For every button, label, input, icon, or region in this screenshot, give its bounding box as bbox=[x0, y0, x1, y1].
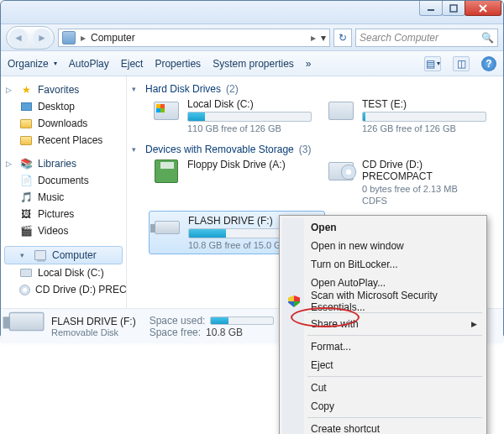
search-input[interactable]: Search Computer 🔍 bbox=[355, 29, 498, 47]
sidebar-item-cd-drive[interactable]: CD Drive (D:) PRECOMPACT bbox=[1, 281, 126, 298]
sidebar-item-label: Downloads bbox=[38, 118, 87, 129]
section-title: Devices with Removable Storage bbox=[145, 144, 294, 155]
toolbar-overflow[interactable]: » bbox=[306, 58, 312, 70]
capacity-bar bbox=[362, 112, 486, 122]
sidebar-item-documents[interactable]: 📄Documents bbox=[1, 172, 126, 189]
minimize-button[interactable] bbox=[419, 1, 443, 16]
menu-bitlocker[interactable]: Turn on BitLocker... bbox=[282, 255, 484, 274]
collapse-icon: ▾ bbox=[132, 145, 140, 154]
back-button[interactable]: ◄ bbox=[9, 29, 28, 47]
preview-pane-button[interactable]: ◫ bbox=[453, 56, 470, 71]
menu-format[interactable]: Format... bbox=[282, 337, 484, 356]
hdd-icon bbox=[328, 102, 354, 120]
menu-copy[interactable]: Copy bbox=[282, 397, 484, 416]
sidebar-item-label: Documents bbox=[38, 175, 89, 186]
shield-icon bbox=[287, 295, 301, 308]
menu-share-with[interactable]: Share with▶ bbox=[282, 315, 484, 333]
forward-button[interactable]: ► bbox=[33, 29, 51, 47]
address-bar[interactable]: ▸ Computer ▸ ▾ bbox=[58, 29, 330, 47]
drive-name: TEST (E:) bbox=[362, 98, 486, 110]
space-free-label: Space free: bbox=[150, 327, 201, 338]
context-menu: Open Open in new window Turn on BitLocke… bbox=[279, 215, 487, 434]
section-count: (2) bbox=[226, 83, 239, 95]
section-count: (3) bbox=[299, 144, 312, 155]
space-free-value: 10.8 GB bbox=[206, 327, 243, 338]
favorites-group[interactable]: ▷★Favorites bbox=[1, 81, 126, 98]
drive-sub: 110 GB free of 126 GB bbox=[187, 123, 312, 133]
sidebar-item-label: Local Disk (C:) bbox=[38, 267, 104, 279]
sidebar-item-recent[interactable]: Recent Places bbox=[1, 132, 126, 149]
drive-name: CD Drive (D:) PRECOMPACT bbox=[362, 159, 486, 182]
submenu-arrow-icon: ▶ bbox=[471, 320, 477, 328]
drive-c[interactable]: Local Disk (C:) 110 GB free of 126 GB bbox=[152, 98, 312, 133]
menu-create-shortcut[interactable]: Create shortcut bbox=[282, 420, 484, 434]
menu-open-new-window[interactable]: Open in new window bbox=[282, 237, 484, 255]
search-placeholder: Search Computer bbox=[360, 32, 438, 44]
drive-name: Local Disk (C:) bbox=[187, 98, 312, 110]
flash-drive-icon bbox=[155, 221, 180, 234]
breadcrumb[interactable]: Computer bbox=[91, 32, 306, 44]
sidebar-item-pictures[interactable]: 🖼Pictures bbox=[1, 206, 126, 222]
sidebar-item-local-disk[interactable]: Local Disk (C:) bbox=[1, 264, 126, 281]
capacity-bar bbox=[210, 316, 274, 325]
sidebar-item-videos[interactable]: 🎬Videos bbox=[1, 222, 126, 239]
section-removable[interactable]: ▾ Devices with Removable Storage (3) bbox=[130, 142, 496, 159]
menu-scan-security[interactable]: Scan with Microsoft Security Essentials.… bbox=[282, 292, 484, 311]
capacity-bar bbox=[187, 112, 312, 122]
breadcrumb-chevron: ▸ bbox=[311, 32, 316, 44]
organize-menu[interactable]: Organize bbox=[8, 58, 57, 70]
maximize-button[interactable] bbox=[442, 1, 465, 16]
computer-label: Computer bbox=[52, 249, 97, 261]
eject-button[interactable]: Eject bbox=[121, 58, 144, 70]
view-menu[interactable]: ▤ bbox=[424, 56, 441, 71]
favorites-label: Favorites bbox=[38, 84, 79, 96]
svg-rect-1 bbox=[450, 5, 457, 12]
breadcrumb-chevron: ▸ bbox=[81, 32, 86, 44]
system-properties-button[interactable]: System properties bbox=[213, 58, 294, 70]
drive-e[interactable]: TEST (E:) 126 GB free of 126 GB bbox=[327, 98, 486, 133]
star-icon: ★ bbox=[19, 83, 33, 97]
sidebar-item-downloads[interactable]: Downloads bbox=[1, 115, 126, 132]
space-used-label: Space used: bbox=[150, 315, 206, 327]
drive-sub: CDFS bbox=[362, 196, 486, 206]
hdd-icon bbox=[154, 102, 179, 120]
menu-eject[interactable]: Eject bbox=[282, 356, 484, 374]
computer-group[interactable]: ▾Computer bbox=[4, 246, 123, 264]
cdrom-icon bbox=[328, 162, 354, 180]
drive-a[interactable]: Floppy Disk Drive (A:) bbox=[152, 159, 312, 206]
collapse-icon: ▾ bbox=[132, 85, 140, 93]
libraries-label: Libraries bbox=[38, 158, 76, 170]
address-dropdown-icon[interactable]: ▾ bbox=[321, 32, 326, 44]
close-button[interactable] bbox=[465, 1, 501, 16]
help-button[interactable]: ? bbox=[481, 56, 496, 71]
sidebar-item-music[interactable]: 🎵Music bbox=[1, 189, 126, 206]
titlebar bbox=[1, 1, 503, 24]
libraries-group[interactable]: ▷📚Libraries bbox=[1, 155, 126, 172]
menu-cut[interactable]: Cut bbox=[282, 379, 484, 397]
search-icon: 🔍 bbox=[481, 32, 494, 44]
drive-sub: 0 bytes free of 2.13 MB bbox=[362, 184, 486, 194]
sidebar-item-label: Pictures bbox=[38, 208, 74, 220]
floppy-icon bbox=[155, 159, 178, 183]
libraries-icon: 📚 bbox=[19, 157, 33, 170]
sidebar-item-label: CD Drive (D:) PRECOMPACT bbox=[35, 284, 126, 295]
section-title: Hard Disk Drives bbox=[145, 83, 221, 95]
sidebar-item-label: Music bbox=[38, 191, 64, 203]
sidebar-item-desktop[interactable]: Desktop bbox=[1, 98, 126, 115]
sidebar-item-label: Desktop bbox=[38, 101, 75, 112]
details-name: FLASH DRIVE (F:) bbox=[51, 316, 136, 327]
properties-button[interactable]: Properties bbox=[155, 58, 201, 70]
flash-drive-icon bbox=[9, 311, 45, 330]
drive-name: Floppy Disk Drive (A:) bbox=[187, 159, 312, 170]
autoplay-button[interactable]: AutoPlay bbox=[69, 58, 109, 70]
toolbar: Organize AutoPlay Eject Properties Syste… bbox=[1, 51, 503, 76]
sidebar-item-label: Videos bbox=[38, 225, 68, 237]
drive-d[interactable]: CD Drive (D:) PRECOMPACT 0 bytes free of… bbox=[327, 159, 486, 206]
nav-row: ◄ ► ▸ Computer ▸ ▾ ↻ Search Computer 🔍 bbox=[1, 24, 503, 51]
nav-pane: ▷★Favorites Desktop Downloads Recent Pla… bbox=[1, 76, 127, 308]
menu-open[interactable]: Open bbox=[282, 218, 484, 237]
refresh-button[interactable]: ↻ bbox=[333, 29, 352, 47]
nav-back-forward: ◄ ► bbox=[6, 26, 55, 50]
section-hdd[interactable]: ▾ Hard Disk Drives (2) bbox=[130, 81, 496, 98]
details-type: Removable Disk bbox=[51, 327, 136, 337]
